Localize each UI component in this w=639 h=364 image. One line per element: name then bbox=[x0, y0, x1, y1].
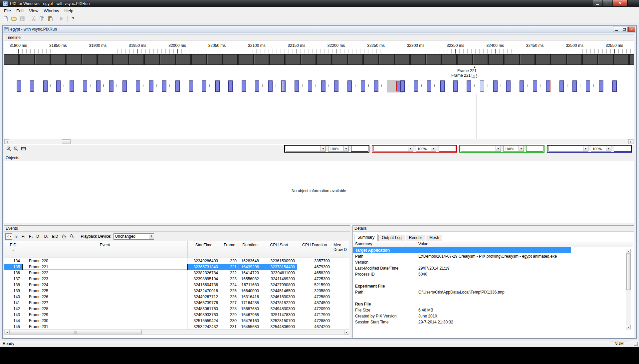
minimize-button[interactable] bbox=[593, 0, 602, 6]
events-tool-codeview[interactable]: <> bbox=[5, 233, 12, 240]
scroll-down-icon[interactable]: ▼ bbox=[626, 325, 631, 329]
timeline-frame-bar[interactable] bbox=[559, 80, 564, 92]
timeline-frame-bar[interactable] bbox=[467, 80, 471, 92]
tab-summary[interactable]: Summary bbox=[354, 234, 378, 241]
timeline-frame-bar[interactable] bbox=[440, 80, 445, 92]
scroll-left-icon[interactable]: ◄ bbox=[4, 139, 9, 144]
menu-help[interactable]: Help bbox=[62, 8, 76, 14]
help-button[interactable]: ? bbox=[69, 15, 77, 23]
maximize-button[interactable] bbox=[603, 0, 612, 6]
playback-device-select[interactable]: Unchanged ▼ bbox=[113, 233, 154, 240]
timeline-frame-bar[interactable] bbox=[202, 80, 206, 92]
chevron-down-icon[interactable]: ▼ bbox=[343, 146, 348, 151]
events-table-row[interactable]: 145Frame 2313253224243223116455680325448… bbox=[4, 324, 349, 329]
timeline-frame-bar[interactable] bbox=[149, 80, 153, 92]
tree-collapse-icon[interactable] bbox=[25, 297, 28, 297]
child-close-button[interactable]: × bbox=[628, 27, 635, 32]
timeline-frame-bar[interactable] bbox=[109, 80, 113, 92]
timeline-frame-bar[interactable] bbox=[162, 80, 166, 92]
events-table-row[interactable]: 137Frame 2233239889510422316556032324114… bbox=[4, 276, 349, 282]
events-column-header[interactable]: Mea Draw D bbox=[332, 241, 349, 258]
chevron-down-icon[interactable]: ▼ bbox=[519, 146, 524, 151]
timeline-frame-bar[interactable] bbox=[361, 80, 365, 92]
timeline-overview-band[interactable] bbox=[4, 54, 634, 65]
channel-zoom-select[interactable]: 100%▼ bbox=[416, 146, 436, 152]
events-tool-frame-up[interactable]: F↑ bbox=[20, 233, 27, 240]
details-row[interactable]: Version bbox=[353, 259, 633, 265]
scrollbar-thumb[interactable] bbox=[62, 139, 71, 144]
channel-filter-select[interactable]: ▼ bbox=[548, 146, 588, 152]
timeline-frame-bar[interactable] bbox=[96, 80, 101, 92]
child-minimize-button[interactable] bbox=[613, 27, 620, 32]
timeline-frame-bar[interactable] bbox=[520, 80, 524, 92]
events-tool-eid[interactable]: EID bbox=[51, 233, 59, 240]
timeline-frame-bar[interactable] bbox=[374, 80, 378, 92]
events-table-row[interactable]: 141Frame 2273246573977622717164288324781… bbox=[4, 300, 349, 306]
tree-collapse-icon[interactable] bbox=[25, 309, 28, 309]
events-table-row[interactable]: 139Frame 2253243247001622516640000324451… bbox=[4, 288, 349, 294]
scroll-right-icon[interactable]: ► bbox=[628, 139, 633, 144]
menu-edit[interactable]: Edit bbox=[14, 8, 26, 14]
timeline-frame-bar[interactable] bbox=[122, 80, 127, 92]
timeline-frame-bar[interactable] bbox=[546, 80, 550, 92]
timeline-frame-bar[interactable] bbox=[321, 80, 325, 92]
timeline-frame-bar[interactable] bbox=[17, 80, 21, 92]
scrollbar-thumb[interactable] bbox=[626, 254, 631, 290]
timeline-frame-bar[interactable] bbox=[228, 80, 233, 92]
tree-collapse-icon[interactable] bbox=[25, 285, 28, 285]
zoom-in-button[interactable] bbox=[5, 145, 12, 152]
scroll-right-icon[interactable]: ► bbox=[344, 330, 349, 334]
events-column-header[interactable]: Event bbox=[22, 241, 188, 258]
details-row[interactable]: Process ID5040 bbox=[353, 271, 633, 277]
details-row[interactable]: Run File bbox=[353, 301, 633, 307]
timeline-frame-bar[interactable] bbox=[453, 80, 458, 92]
timeline-frame-bar[interactable] bbox=[43, 80, 48, 92]
channel-filter-select[interactable]: ▼ bbox=[373, 146, 413, 152]
chevron-down-icon[interactable]: ▼ bbox=[149, 234, 154, 239]
zoom-out-button[interactable] bbox=[13, 145, 20, 152]
tab-mesh[interactable]: Mesh bbox=[426, 235, 442, 241]
details-row[interactable]: Created by PIX VersionJune 2010 bbox=[353, 313, 633, 319]
tab-output-log[interactable]: Output Log bbox=[378, 235, 405, 241]
timeline-frame-bar[interactable] bbox=[189, 80, 193, 92]
events-column-header[interactable]: GPU Start bbox=[261, 241, 297, 258]
timeline-frame-bar[interactable] bbox=[506, 80, 511, 92]
document-title-bar[interactable]: egypt - with vsync.PIXRun × bbox=[3, 26, 636, 33]
chevron-down-icon[interactable]: ▼ bbox=[408, 146, 413, 151]
open-folder-button[interactable] bbox=[10, 15, 18, 23]
channel-zoom-select[interactable]: 100%▼ bbox=[503, 146, 524, 152]
menu-view[interactable]: View bbox=[26, 8, 41, 14]
details-row[interactable]: File Size6.46 MB bbox=[353, 307, 633, 313]
timeline-frame-bar[interactable] bbox=[295, 80, 299, 92]
tree-collapse-icon[interactable] bbox=[25, 261, 28, 261]
channel-zoom-select[interactable]: 100%▼ bbox=[591, 146, 611, 152]
chevron-down-icon[interactable]: ▼ bbox=[583, 146, 588, 151]
events-table-row[interactable]: 138Frame 2243241560473622416711680324279… bbox=[4, 282, 349, 288]
timeline-frame-bar[interactable] bbox=[427, 80, 431, 92]
timeline-frame-bar[interactable] bbox=[612, 80, 617, 92]
channel-color-swatch[interactable] bbox=[439, 146, 456, 152]
details-row[interactable]: Experiment File bbox=[353, 283, 633, 289]
channel-zoom-select[interactable]: 100%▼ bbox=[328, 146, 349, 152]
timeline-frame-bar[interactable] bbox=[136, 80, 140, 92]
child-maximize-button[interactable] bbox=[621, 27, 628, 32]
paste-button[interactable] bbox=[46, 15, 54, 23]
details-column-header[interactable]: Value bbox=[416, 241, 571, 247]
tab-render[interactable]: Render bbox=[406, 235, 425, 241]
events-tool-frame-down[interactable]: F↓ bbox=[28, 233, 34, 240]
events-table-row[interactable]: 144Frame 2303251555942423016476160325281… bbox=[4, 318, 349, 324]
events-column-header[interactable]: EID▲ bbox=[4, 241, 22, 258]
timeline-frame-bar[interactable] bbox=[400, 80, 405, 92]
tree-collapse-icon[interactable] bbox=[25, 279, 28, 279]
details-row[interactable]: Last-Modified Date/Time29/07/2014 21:19 bbox=[353, 265, 633, 271]
timeline-frame-bar[interactable] bbox=[175, 80, 180, 92]
menu-file[interactable]: File bbox=[1, 8, 14, 14]
events-column-header[interactable]: Duration bbox=[239, 241, 261, 258]
new-document-button[interactable] bbox=[2, 15, 10, 23]
timeline-frame-bar[interactable] bbox=[242, 80, 246, 92]
timeline-frame-bar[interactable] bbox=[493, 80, 498, 92]
timeline-frame-bar[interactable] bbox=[70, 80, 74, 92]
timeline-frame-bar[interactable] bbox=[255, 80, 259, 92]
timeline-horizontal-scrollbar[interactable]: ◄ ► bbox=[4, 139, 634, 144]
timeline-frame-bar[interactable] bbox=[281, 80, 286, 92]
